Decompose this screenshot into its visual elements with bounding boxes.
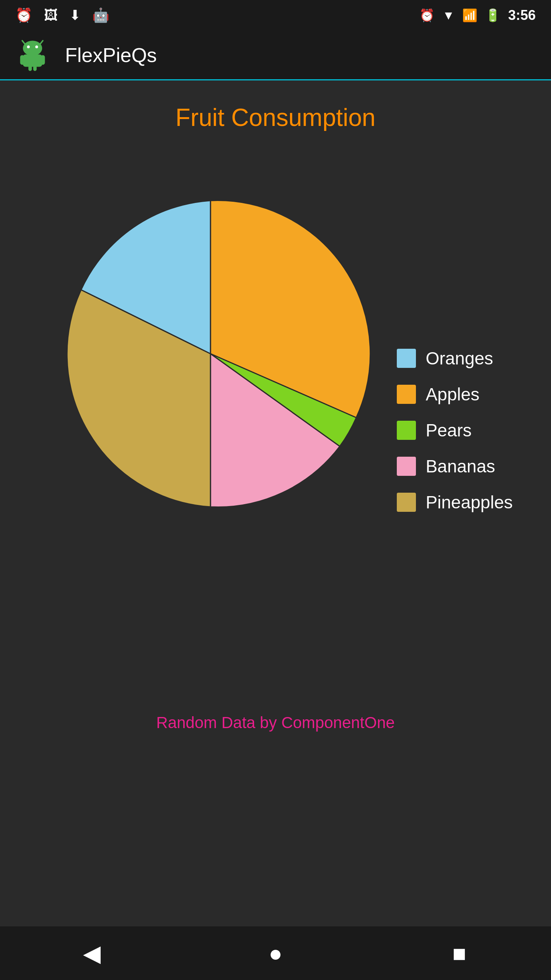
photo-icon: 🖼 — [44, 7, 58, 23]
svg-point-1 — [27, 45, 30, 48]
chart-container: Oranges Apples Pears Bananas Pineapples — [8, 162, 543, 698]
pineapples-color-swatch — [397, 493, 416, 512]
time-display: 3:56 — [508, 7, 536, 23]
svg-rect-7 — [41, 55, 45, 65]
main-content: Fruit Consumption Oranges — [0, 80, 551, 926]
legend: Oranges Apples Pears Bananas Pineapples — [397, 348, 513, 513]
svg-rect-5 — [23, 54, 42, 67]
pineapples-label: Pineapples — [425, 492, 513, 513]
pears-color-swatch — [397, 421, 416, 440]
apples-label: Apples — [425, 384, 479, 405]
download-icon: ⬇ — [69, 7, 81, 23]
svg-rect-9 — [33, 65, 37, 71]
svg-line-3 — [22, 41, 25, 44]
android-icon: 🤖 — [92, 7, 109, 23]
bottom-bar: ◀ ● ■ — [0, 926, 551, 980]
legend-item-pears: Pears — [397, 420, 513, 441]
svg-point-2 — [35, 45, 38, 48]
svg-rect-6 — [20, 55, 24, 65]
legend-item-oranges: Oranges — [397, 348, 513, 369]
signal-icon: 📶 — [462, 8, 478, 23]
pie-chart — [38, 181, 383, 526]
recent-icon: ■ — [452, 940, 466, 967]
chart-title: Fruit Consumption — [176, 103, 376, 132]
back-icon: ◀ — [83, 940, 101, 967]
svg-line-4 — [40, 41, 43, 44]
top-bar: FlexPieQs — [0, 31, 551, 80]
bananas-color-swatch — [397, 457, 416, 476]
svg-point-0 — [23, 41, 42, 56]
status-icons-left: ⏰ 🖼 ⬇ 🤖 — [15, 7, 109, 23]
recent-apps-button[interactable]: ■ — [436, 938, 482, 969]
oranges-label: Oranges — [425, 348, 493, 369]
alarm-icon: ⏰ — [15, 7, 33, 23]
legend-item-pineapples: Pineapples — [397, 492, 513, 513]
battery-icon: 🔋 — [485, 8, 500, 23]
oranges-color-swatch — [397, 349, 416, 368]
wifi-icon: ▼ — [442, 8, 455, 23]
footer-text: Random Data by ComponentOne — [156, 714, 395, 732]
app-icon — [15, 38, 50, 72]
home-button[interactable]: ● — [253, 938, 298, 969]
bananas-label: Bananas — [425, 456, 495, 477]
home-icon: ● — [269, 940, 282, 967]
status-bar: ⏰ 🖼 ⬇ 🤖 ⏰ ▼ 📶 🔋 3:56 — [0, 0, 551, 31]
clock-icon: ⏰ — [419, 8, 435, 23]
bottom-nav: ◀ ● ■ — [0, 926, 551, 980]
legend-item-bananas: Bananas — [397, 456, 513, 477]
app-title: FlexPieQs — [65, 44, 157, 67]
svg-rect-8 — [28, 65, 32, 71]
legend-item-apples: Apples — [397, 384, 513, 405]
status-icons-right: ⏰ ▼ 📶 🔋 3:56 — [419, 7, 536, 23]
apples-color-swatch — [397, 385, 416, 404]
back-button[interactable]: ◀ — [69, 938, 115, 969]
pears-label: Pears — [425, 420, 471, 441]
